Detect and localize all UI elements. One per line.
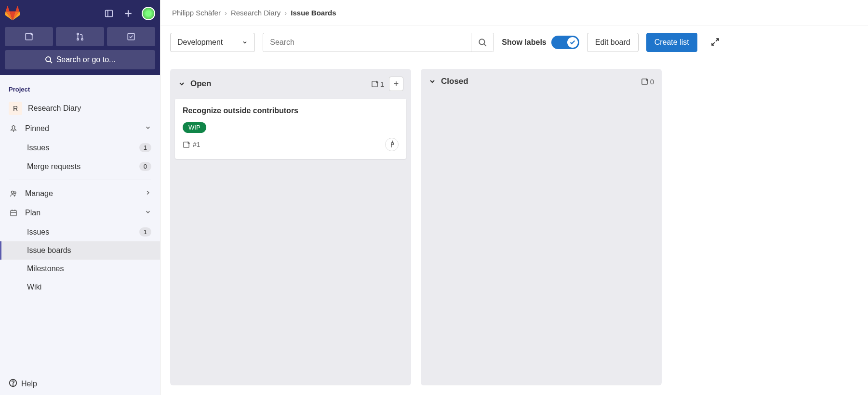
- svg-point-5: [77, 33, 79, 35]
- issue-icon: [371, 80, 378, 88]
- svg-line-21: [484, 44, 487, 46]
- sidebar-item-plan[interactable]: Plan: [0, 203, 160, 223]
- chevron-right-icon: [145, 189, 151, 198]
- card-title: Recognize outside contributors: [183, 106, 399, 115]
- search-icon: [45, 56, 53, 64]
- project-avatar: R: [9, 102, 22, 115]
- breadcrumb-current: Issue Boards: [291, 9, 336, 17]
- merge-requests-button[interactable]: [56, 27, 104, 46]
- breadcrumb-link[interactable]: Research Diary: [231, 9, 280, 17]
- sidebar-item-pinned-issues[interactable]: Issues 1: [0, 138, 160, 157]
- board-lists: Open 1 + Recognize outside contributors …: [160, 59, 868, 395]
- pin-icon: [9, 124, 18, 133]
- board-list-closed: Closed 0: [421, 69, 662, 385]
- card-reference: #1: [183, 141, 200, 148]
- list-title: Open: [190, 79, 366, 89]
- plus-icon[interactable]: [122, 8, 134, 19]
- show-labels-control: Show labels: [502, 36, 579, 49]
- sidebar-header: Search or go to...: [0, 0, 160, 75]
- search-button[interactable]: [471, 33, 494, 52]
- chevron-right-icon: ›: [284, 9, 287, 17]
- card-labels: WIP: [183, 122, 399, 133]
- sidebar-item-pinned-merge-requests[interactable]: Merge requests 0: [0, 157, 160, 176]
- pinned-label: Pinned: [25, 124, 138, 133]
- chevron-down-icon[interactable]: [178, 80, 186, 88]
- card-footer: #1: [183, 138, 399, 151]
- help-icon: [9, 379, 17, 389]
- plan-icon: [9, 208, 18, 218]
- sidebar-item-pinned[interactable]: Pinned: [0, 119, 160, 138]
- breadcrumb-link[interactable]: Philipp Schäfer: [172, 9, 221, 17]
- search-label: Search or go to...: [56, 55, 116, 64]
- approve-button[interactable]: [107, 27, 155, 46]
- svg-rect-0: [106, 10, 113, 17]
- expand-icon: [711, 38, 720, 46]
- issue-icon: [183, 141, 190, 148]
- add-card-button[interactable]: +: [389, 77, 403, 91]
- search-wrap: [263, 33, 494, 52]
- sidebar-item-wiki[interactable]: Wiki: [0, 278, 160, 296]
- search-input[interactable]: [263, 33, 471, 52]
- svg-point-20: [480, 39, 485, 44]
- assignee-icon: [388, 140, 396, 149]
- issue-icon: [641, 78, 648, 85]
- search-icon: [478, 38, 487, 47]
- svg-point-7: [81, 39, 83, 40]
- sidebar-item-plan-issues[interactable]: Issues 1: [0, 223, 160, 241]
- project-section-title: Project: [0, 83, 160, 98]
- list-title: Closed: [441, 77, 636, 86]
- svg-point-6: [77, 39, 79, 40]
- check-icon: [569, 39, 576, 46]
- global-search-button[interactable]: Search or go to...: [5, 50, 155, 69]
- board-list-open: Open 1 + Recognize outside contributors …: [170, 69, 411, 385]
- label-badge[interactable]: WIP: [183, 122, 206, 133]
- project-link[interactable]: R Research Diary: [0, 98, 160, 119]
- count-badge: 1: [139, 143, 151, 152]
- help-link[interactable]: Help: [0, 373, 160, 395]
- assignee-avatar[interactable]: [385, 138, 399, 151]
- sidebar-item-milestones[interactable]: Milestones: [0, 260, 160, 278]
- chevron-right-icon: ›: [225, 9, 227, 17]
- divider: [9, 180, 151, 180]
- sidebar: Search or go to... Project R Research Di…: [0, 0, 160, 395]
- issue-card[interactable]: Recognize outside contributors WIP #1: [175, 99, 406, 159]
- users-icon: [9, 189, 18, 198]
- list-header: Open 1 +: [170, 69, 411, 99]
- chevron-down-icon: [145, 209, 151, 217]
- svg-point-12: [12, 191, 14, 194]
- svg-point-9: [46, 57, 51, 62]
- chevron-down-icon: [145, 124, 151, 133]
- list-body: Recognize outside contributors WIP #1: [170, 99, 411, 385]
- list-header: Closed 0: [421, 69, 662, 94]
- main-content: Philipp Schäfer › Research Diary › Issue…: [160, 0, 868, 395]
- project-name: Research Diary: [28, 104, 81, 113]
- chevron-down-icon[interactable]: [428, 78, 436, 85]
- create-list-button[interactable]: Create list: [646, 33, 697, 52]
- svg-point-13: [14, 192, 16, 194]
- sidebar-item-issue-boards[interactable]: Issue boards: [0, 241, 160, 260]
- list-count: 1: [371, 80, 384, 88]
- list-count: 0: [641, 78, 654, 86]
- svg-point-19: [13, 385, 13, 385]
- svg-rect-14: [11, 211, 16, 216]
- edit-board-button[interactable]: Edit board: [587, 33, 639, 52]
- user-avatar[interactable]: [142, 7, 155, 20]
- gitlab-logo[interactable]: [5, 6, 20, 21]
- fullscreen-button[interactable]: [709, 36, 721, 50]
- count-badge: 1: [139, 227, 151, 237]
- svg-line-10: [50, 61, 52, 63]
- show-labels-toggle[interactable]: [551, 36, 579, 49]
- count-badge: 0: [139, 162, 151, 171]
- chevron-down-icon: [242, 40, 248, 45]
- list-body: [421, 94, 662, 385]
- breadcrumb: Philipp Schäfer › Research Diary › Issue…: [160, 0, 868, 26]
- todo-button[interactable]: [5, 27, 53, 46]
- toolbar: Development Show labels Edit board Creat…: [160, 26, 868, 59]
- sidebar-item-manage[interactable]: Manage: [0, 184, 160, 203]
- sidebar-toggle-icon[interactable]: [103, 8, 115, 19]
- board-selector[interactable]: Development: [170, 33, 255, 52]
